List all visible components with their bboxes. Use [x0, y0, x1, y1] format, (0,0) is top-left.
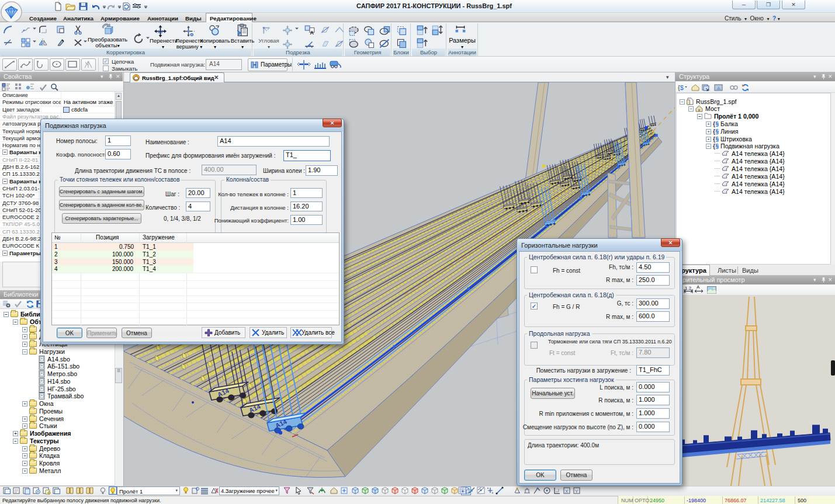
svg-text:X: X: [565, 489, 569, 494]
svg-text:{$: {$: [678, 84, 684, 91]
svg-text:XY: XY: [158, 30, 164, 34]
svg-text:A: A: [310, 30, 314, 36]
svg-text:Y: Y: [575, 489, 578, 494]
